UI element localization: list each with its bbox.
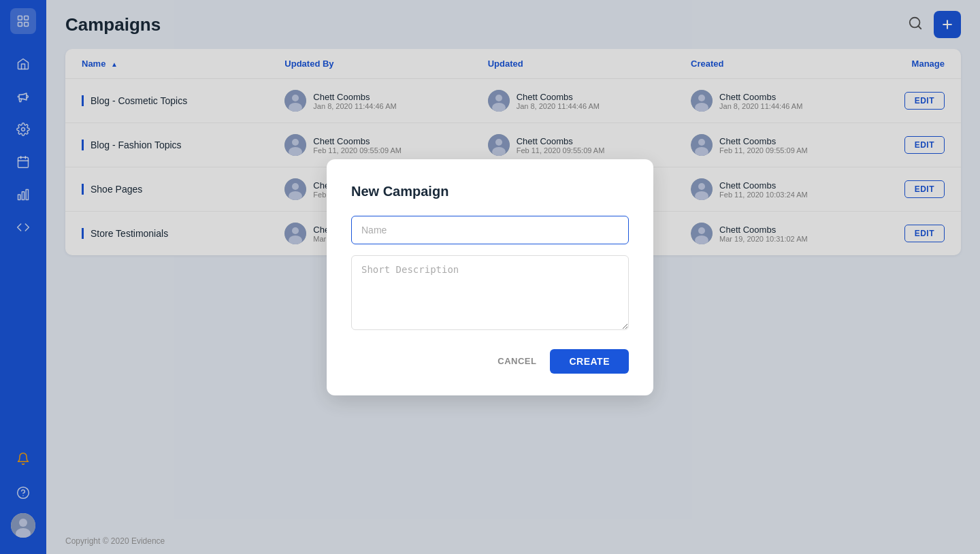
cancel-button[interactable]: CANCEL xyxy=(495,351,539,372)
create-button[interactable]: CREATE xyxy=(550,349,629,374)
modal-overlay: New Campaign CANCEL CREATE xyxy=(0,0,980,554)
modal-title: New Campaign xyxy=(351,184,629,199)
campaign-description-input[interactable] xyxy=(351,255,629,330)
new-campaign-modal: New Campaign CANCEL CREATE xyxy=(327,159,653,395)
modal-actions: CANCEL CREATE xyxy=(351,349,629,374)
campaign-name-input[interactable] xyxy=(351,216,629,244)
